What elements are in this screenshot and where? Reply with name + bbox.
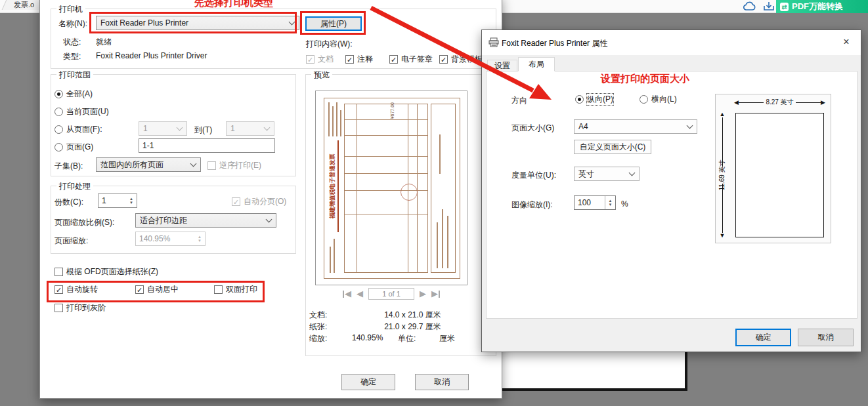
pages-input[interactable]: 1-1: [139, 138, 275, 153]
copies-stepper[interactable]: 1 ▲▼: [98, 193, 137, 208]
tab-layout[interactable]: 布局: [518, 57, 555, 71]
preview-pagination: ◀ ◀ 1 of 1 ▶ ▶: [315, 287, 467, 300]
measure-unit-label: 度量单位(U):: [511, 170, 556, 181]
close-icon[interactable]: ×: [838, 34, 854, 50]
page-size-label: 页面大小(G): [511, 123, 554, 134]
subset-label: 子集(B):: [54, 161, 83, 172]
checkbox-empty-icon: [207, 161, 216, 170]
printer-group-title: 打印机: [56, 4, 85, 15]
cloud-icon[interactable]: [742, 1, 756, 12]
radio-current-page[interactable]: 当前页面(U): [54, 106, 109, 117]
checkbox-background-template[interactable]: ✓ 背景模板: [439, 54, 483, 65]
custom-page-size-button[interactable]: 自定义页面大小(C): [574, 140, 651, 154]
radio-portrait[interactable]: 纵向(P): [575, 94, 613, 105]
checkbox-esignature-label: 电子签章: [401, 54, 433, 65]
printer-status-value: 就绪: [96, 37, 112, 48]
checkbox-reverse-print[interactable]: 逆序打印(E): [207, 160, 261, 171]
paper-preview-panel: ◀ 8.27 英寸 ▶ ▲ 11.69 英寸 ▼: [715, 94, 831, 243]
scale-mode-select[interactable]: 适合打印边距: [135, 213, 276, 228]
swap-icon: ⇄: [780, 3, 789, 11]
arrow-left-icon: ◀: [734, 100, 739, 106]
chevron-down-icon: [264, 124, 271, 131]
arrow-right-icon: ▶: [821, 100, 825, 106]
checkbox-esignature[interactable]: ✓ 电子签章: [389, 54, 433, 65]
page-size-value: A4: [578, 122, 685, 131]
next-icon: ▶: [420, 289, 426, 299]
properties-ok-button[interactable]: 确定: [735, 329, 791, 346]
preview-title: 预览: [311, 70, 332, 81]
radio-current-page-label: 当前页面(U): [66, 106, 109, 117]
to-page-label: 到(T): [194, 125, 212, 136]
first-page-button[interactable]: ◀: [343, 289, 351, 299]
radio-pages[interactable]: 页面(G): [54, 142, 93, 153]
arrow-down-icon: ▼: [720, 233, 726, 239]
next-page-button[interactable]: ▶: [420, 289, 426, 299]
pdf-convert-button[interactable]: ⇄ PDF万能转换: [776, 0, 868, 13]
page-size-select[interactable]: A4: [574, 119, 697, 134]
checkbox-duplex[interactable]: 双面打印: [214, 284, 257, 295]
printer-name-value: Foxit Reader Plus Printer: [100, 18, 287, 28]
print-ok-button[interactable]: 确定: [341, 374, 395, 390]
check-icon: ✓: [135, 285, 144, 294]
check-icon: ✓: [345, 55, 354, 64]
invoice-footer: [431, 104, 456, 273]
from-page-select[interactable]: 1: [139, 121, 187, 136]
checkbox-empty-icon: [214, 285, 223, 294]
arrow-up-icon: ▲: [720, 112, 726, 117]
to-page-select[interactable]: 1: [226, 121, 274, 136]
unit-value: 厘米: [439, 333, 455, 344]
properties-title: Foxit Reader Plus Printer 属性: [502, 38, 607, 49]
print-handling-title: 打印处理: [56, 181, 93, 192]
unit-label: 单位:: [398, 333, 416, 344]
tab-settings[interactable]: 设置: [487, 60, 517, 71]
checkbox-auto-center[interactable]: ✓ 自动居中: [135, 284, 179, 295]
page-indicator[interactable]: 1 of 1: [368, 288, 414, 300]
checkbox-auto-rotate[interactable]: ✓ 自动旋转: [54, 284, 98, 295]
check-icon: ✓: [389, 55, 398, 64]
checkbox-document-label: 文档: [318, 54, 334, 65]
printer-status-label: 状态:: [63, 37, 81, 48]
radio-portrait-label: 纵向(P): [587, 94, 613, 105]
print-range-title: 打印范围: [56, 70, 93, 81]
measure-unit-select[interactable]: 英寸: [574, 167, 640, 181]
prev-page-button[interactable]: ◀: [357, 289, 363, 299]
radio-from-page[interactable]: 从页面(F):: [54, 124, 102, 135]
printer-name-select[interactable]: Foxit Reader Plus Printer: [96, 16, 299, 30]
checkbox-ofd-paper[interactable]: 根据 OFD页面选择纸张(Z): [54, 266, 158, 277]
checkbox-collate[interactable]: ✓ 自动分页(O): [232, 196, 286, 207]
properties-cancel-button[interactable]: 取消: [798, 329, 854, 346]
checkbox-ofd-paper-label: 根据 OFD页面选择纸张(Z): [66, 266, 158, 277]
image-scale-stepper[interactable]: 100 ▲▼: [574, 195, 616, 210]
checkbox-grayscale-label: 打印到灰阶: [66, 302, 106, 314]
radio-all-pages[interactable]: 全部(A): [54, 89, 93, 100]
printer-name-label: 名称(N):: [58, 18, 87, 30]
chevron-down-icon: [190, 160, 197, 167]
from-page-value: 1: [143, 124, 175, 133]
paper-height-dimension: ▲ 11.69 英寸 ▼: [717, 112, 727, 239]
radio-landscape-label: 横向(L): [651, 94, 677, 105]
properties-titlebar: Foxit Reader Plus Printer 属性 ×: [482, 30, 861, 55]
last-page-button[interactable]: ▶: [431, 289, 440, 299]
spinner-arrows-icon[interactable]: ▲▼: [605, 196, 615, 209]
download-icon[interactable]: [763, 1, 775, 12]
subset-select[interactable]: 范围内的所有页面: [96, 157, 201, 172]
measure-unit-value: 英寸: [578, 169, 627, 180]
checkbox-grayscale[interactable]: 打印到灰阶: [54, 302, 106, 314]
checkbox-document[interactable]: ✓ 文档: [306, 54, 334, 65]
orientation-label: 方向: [511, 95, 527, 106]
chevron-down-icon: [177, 124, 183, 131]
doc-size-label: 文档:: [309, 310, 327, 321]
spinner-arrows-icon[interactable]: ▲▼: [126, 194, 137, 207]
scale-mode-label: 页面缩放比例(S):: [54, 217, 114, 228]
page-scale-value: 140.95%: [136, 232, 194, 245]
checkbox-empty-icon: [54, 268, 63, 276]
printer-properties-button[interactable]: 属性(P): [305, 16, 362, 31]
printer-properties-dialog: Foxit Reader Plus Printer 属性 × 设置 布局 方向 …: [481, 30, 861, 352]
print-cancel-button[interactable]: 取消: [415, 374, 469, 390]
page-scale-stepper[interactable]: 140.95% ▲▼: [135, 232, 206, 246]
spinner-arrows-icon: ▲▼: [194, 232, 205, 245]
radio-landscape[interactable]: 横向(L): [640, 94, 677, 105]
pdf-convert-label: PDF万能转换: [792, 1, 843, 12]
checkbox-annotations[interactable]: ✓ 注释: [345, 54, 373, 65]
paper-width-dimension: ◀ 8.27 英寸 ▶: [734, 97, 825, 108]
